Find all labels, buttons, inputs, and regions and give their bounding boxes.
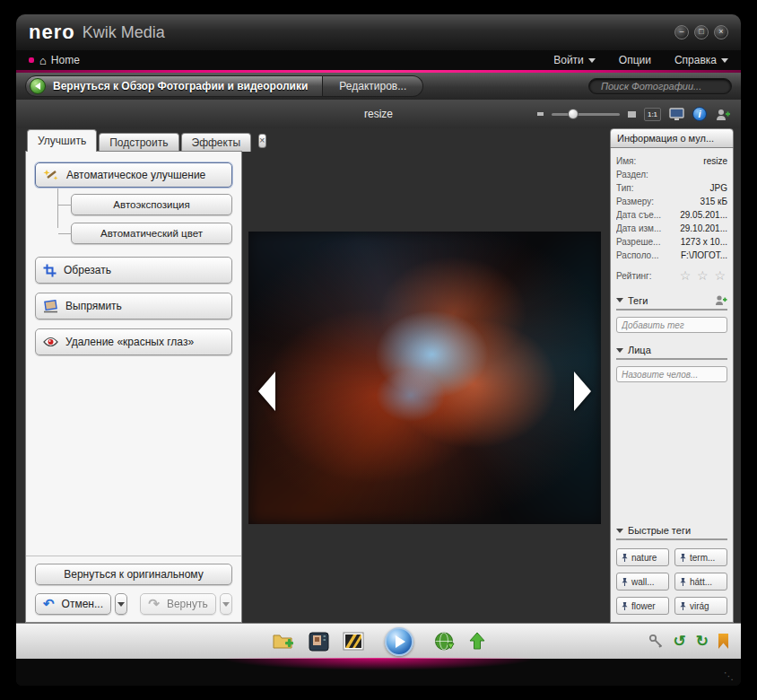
revert-original-button[interactable]: Вернуться к оригинальному	[35, 564, 232, 585]
add-tag-input[interactable]	[616, 317, 727, 333]
quick-tag[interactable]: wall...	[616, 573, 669, 591]
field-date-taken: Дата съе...29.05.201...	[616, 208, 727, 222]
accent-glow	[219, 658, 538, 670]
zoom-controls: 1:1 i	[537, 107, 741, 121]
zoom-out-icon[interactable]	[537, 112, 544, 116]
auto-exposure-button[interactable]: Автоэкспозиция	[71, 194, 232, 215]
editing-tab[interactable]: Редактиров...	[323, 75, 423, 97]
auto-color-button[interactable]: Автоматический цвет	[71, 223, 232, 244]
fit-screen-icon[interactable]	[669, 108, 684, 121]
resize-grip[interactable]: ⋱	[724, 670, 734, 682]
add-person-tag-icon[interactable]	[714, 294, 727, 306]
field-location: Располо...F:\ЛОГОТ...	[616, 249, 727, 262]
redo-dropdown-button[interactable]	[220, 593, 232, 615]
crop-button[interactable]: Обрезать	[35, 257, 232, 284]
quick-tags-section-header[interactable]: Быстрые теги	[616, 525, 727, 540]
info-panel: Информация о мул... Имя:resize Раздел: Т…	[610, 128, 734, 623]
star-icon[interactable]: ☆	[697, 268, 710, 283]
play-button[interactable]	[385, 627, 413, 656]
star-icon[interactable]: ☆	[680, 268, 693, 283]
info-panel-body: Имя:resize Раздел: Тип:JPG Размеру:315 к…	[610, 148, 734, 623]
next-image-button[interactable]	[574, 372, 591, 411]
chevron-down-icon	[721, 58, 728, 63]
undo-label: Отмен...	[62, 598, 103, 610]
menu-options-label: Опции	[619, 54, 651, 66]
pin-icon	[679, 577, 687, 587]
photo-preview	[248, 232, 601, 524]
auto-exposure-label: Автоэкспозиция	[113, 199, 189, 210]
actual-size-button[interactable]: 1:1	[644, 108, 661, 121]
info-button[interactable]: i	[692, 107, 707, 121]
collapse-icon	[616, 298, 623, 302]
menu-help[interactable]: Справка	[674, 54, 728, 66]
app-window: nero Kwik Media – □ × ⌂ Home Войти Опции…	[16, 14, 741, 686]
name-person-input[interactable]	[616, 366, 727, 382]
share-globe-icon[interactable]	[434, 631, 455, 652]
tools-icon[interactable]	[648, 634, 664, 649]
redo-icon: ↷	[148, 596, 160, 612]
field-section: Раздел:	[616, 168, 727, 181]
quick-tag[interactable]: virág	[674, 597, 727, 615]
straighten-button[interactable]: Выпрямить	[35, 293, 232, 319]
previous-image-button[interactable]	[258, 372, 275, 411]
bookmark-icon[interactable]	[718, 634, 728, 649]
tags-section-header[interactable]: Теги	[616, 294, 727, 311]
panel-separator	[26, 556, 241, 556]
star-icon[interactable]: ☆	[714, 268, 727, 283]
quick-tag[interactable]: flower	[616, 597, 669, 615]
quick-tag[interactable]: term...	[674, 548, 727, 566]
edit-panel: Улучшить Подстроить Эффекты × Автоматиче…	[25, 128, 242, 623]
menu-options[interactable]: Опции	[619, 54, 651, 66]
close-button[interactable]: ×	[714, 25, 728, 39]
minimize-button[interactable]: –	[674, 25, 689, 39]
pin-icon	[621, 553, 629, 563]
tab-effects[interactable]: Эффекты	[181, 133, 252, 152]
faces-title: Лица	[628, 345, 651, 355]
red-eye-button[interactable]: Удаление «красных глаз»	[35, 328, 232, 355]
rating-label: Рейтинг:	[616, 271, 652, 281]
menu-login[interactable]: Войти	[553, 54, 596, 66]
current-filename: resize	[364, 108, 393, 120]
toolbar: Вернуться к Обзор Фотографии и видеороли…	[16, 73, 741, 100]
edit-tabs: Улучшить Подстроить Эффекты ×	[25, 128, 242, 152]
redo-button[interactable]: ↷ Вернуть	[140, 593, 215, 615]
crop-icon	[43, 264, 57, 277]
collapse-icon	[616, 529, 623, 533]
quick-tag[interactable]: hátt...	[674, 573, 727, 591]
zoom-slider[interactable]	[552, 113, 620, 116]
add-media-folder-icon[interactable]	[272, 632, 295, 651]
menu-login-label: Войти	[553, 54, 584, 66]
add-person-icon[interactable]	[715, 108, 730, 121]
slideshow-icon[interactable]	[343, 632, 364, 651]
chevron-down-icon	[588, 58, 596, 63]
quick-tags-title: Быстрые теги	[628, 525, 691, 536]
maximize-button[interactable]: □	[694, 25, 709, 39]
menu-home[interactable]: Home	[51, 54, 80, 66]
quick-tag-label: flower	[631, 601, 656, 611]
rotate-left-icon[interactable]: ↺	[674, 632, 686, 651]
undo-dropdown-button[interactable]	[115, 593, 127, 615]
back-breadcrumb-button[interactable]: Вернуться к Обзор Фотографии и видеороли…	[25, 75, 323, 97]
rotate-right-icon[interactable]: ↻	[696, 632, 709, 651]
bottom-strip: ⋱	[16, 659, 741, 686]
search-input[interactable]	[601, 81, 729, 92]
auto-enhance-button[interactable]: Автоматическое улучшение	[35, 162, 232, 188]
tab-adjust[interactable]: Подстроить	[99, 133, 178, 152]
quick-tag[interactable]: nature	[616, 548, 669, 566]
quick-tags-list: nature term... wall... hátt...	[616, 548, 727, 615]
menubar: ⌂ Home Войти Опции Справка	[16, 50, 741, 70]
zoom-slider-knob[interactable]	[568, 109, 579, 119]
tab-enhance[interactable]: Улучшить	[27, 129, 97, 152]
field-size: Размеру:315 кБ	[616, 195, 727, 208]
bottom-center-icons	[272, 627, 486, 656]
zoom-in-icon[interactable]	[628, 111, 636, 118]
home-icon: ⌂	[39, 54, 47, 67]
main-area: Улучшить Подстроить Эффекты × Автоматиче…	[16, 128, 741, 623]
undo-button[interactable]: ↶ Отмен...	[35, 593, 111, 615]
faces-section-header[interactable]: Лица	[616, 345, 727, 360]
accent-dot-icon	[29, 57, 34, 63]
upload-icon[interactable]	[468, 632, 486, 651]
quick-tag-label: wall...	[631, 577, 655, 587]
contacts-icon[interactable]	[309, 632, 329, 652]
crop-label: Обрезать	[64, 264, 111, 276]
